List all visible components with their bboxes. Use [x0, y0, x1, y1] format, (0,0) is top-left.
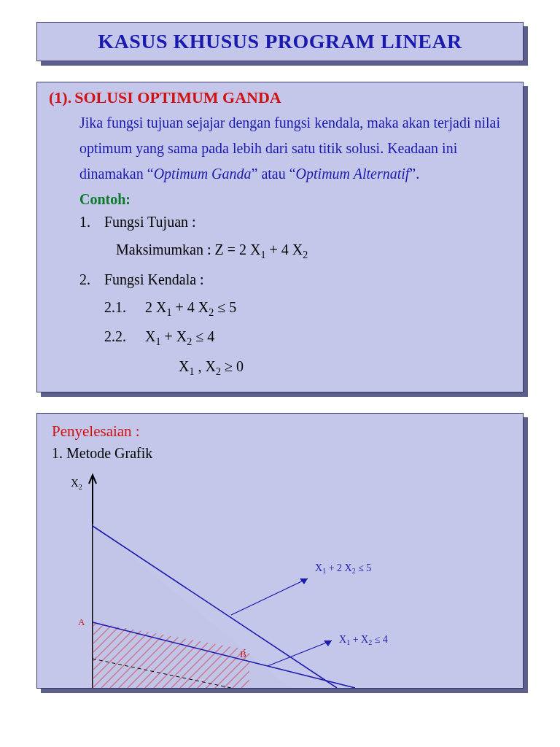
svg-marker-2 [93, 524, 289, 688]
constraint-1-label: X1 + 2 X2 ≤ 5 [315, 562, 371, 575]
objective-function: Maksimumkan : Z = 2 X1 + 4 X2 [116, 236, 511, 266]
section-1-panel: (1). SOLUSI OPTIMUM GANDA Jika fungsi tu… [36, 82, 524, 392]
constraint-list: 2.1. 2 X1 + 4 X2 ≤ 5 2.2. X1 + X2 ≤ 4 [104, 293, 511, 352]
vertex-a-label: A [78, 616, 85, 627]
page-title: KASUS KHUSUS PROGRAM LINEAR [98, 30, 462, 53]
example-list: 1. Fungsi Tujuan : [79, 208, 511, 236]
nonneg-constraint: X1 , X2 ≥ 0 [179, 352, 511, 382]
solution-label: Penyelesaian : [52, 422, 511, 441]
example-label: Contoh: [79, 191, 511, 208]
title-panel: KASUS KHUSUS PROGRAM LINEAR [36, 22, 524, 61]
constraint-2-label: X1 + X2 ≤ 4 [339, 634, 388, 646]
svg-line-7 [268, 640, 332, 666]
section-number: (1). [49, 88, 71, 107]
feasible-region-graph: X2 X1 + 2 X2 ≤ 5 [49, 469, 511, 688]
vertex-b-label: B [240, 649, 246, 659]
section-heading: SOLUSI OPTIMUM GANDA [74, 88, 281, 107]
method-label: 1. Metode Grafik [52, 445, 511, 462]
section-paragraph: Jika fungsi tujuan sejajar dengan fungsi… [79, 110, 504, 187]
section-2-panel: Penyelesaian : 1. Metode Grafik X2 [36, 413, 524, 689]
y-axis-label: X2 [71, 477, 82, 491]
svg-line-4 [231, 578, 308, 615]
